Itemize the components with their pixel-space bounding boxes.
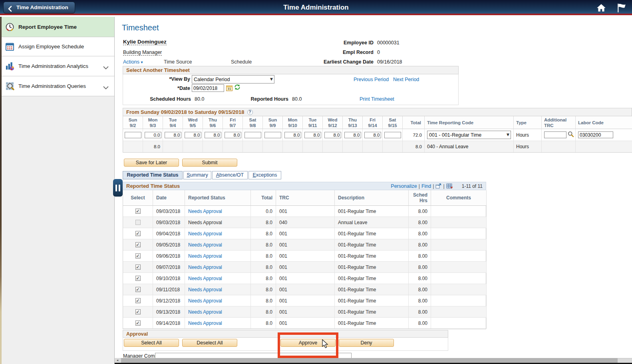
hours-input[interactable]: 0.0 [145, 132, 161, 138]
lookup-magnifier-icon[interactable] [568, 131, 574, 139]
refresh-icon[interactable] [234, 84, 240, 91]
hours-input[interactable]: 8.0 [185, 132, 201, 138]
employee-job-title-link[interactable]: Building Manager [123, 50, 162, 56]
earliest-change-date-label: Earliest Change Date [260, 59, 374, 65]
personalize-link[interactable]: Personalize [391, 183, 417, 189]
needs-approval-link[interactable]: Needs Approval [188, 242, 222, 248]
needs-approval-link[interactable]: Needs Approval [188, 276, 222, 281]
hours-input[interactable] [125, 132, 141, 138]
tab-summary[interactable]: Summary [183, 171, 211, 179]
hours-input[interactable]: 8.0 [205, 132, 221, 138]
trc-cell: 001 [276, 251, 335, 262]
print-timesheet-link[interactable]: Print Timesheet [360, 96, 394, 102]
sched-hrs-cell: 8.00 [409, 251, 431, 262]
needs-approval-link[interactable]: Needs Approval [188, 265, 222, 270]
day-of-week: Fri [370, 117, 376, 123]
reported-hours-label: Reported Hours [224, 96, 288, 102]
reported-time-status-header: Reported Time Status Personalize | Find … [123, 182, 486, 190]
sidebar-item-label: Time Administration Analytics [18, 63, 88, 69]
description-cell: 001-Regular Time [335, 306, 409, 318]
actions-link[interactable]: Actions [123, 59, 139, 65]
calendar-picker-icon[interactable]: 31 [226, 85, 233, 92]
hours-input[interactable]: 8.0 [304, 132, 321, 138]
sidebar-item-report-employee-time[interactable]: Report Employee Time [2, 17, 114, 37]
top-header-bar: Time Administration Time Administration [0, 0, 632, 15]
submit-button[interactable]: Submit [182, 159, 237, 167]
next-period-link[interactable]: Next Period [393, 77, 419, 82]
hours-input[interactable]: 8.0 [364, 132, 381, 138]
select-checkbox[interactable]: ✓ [135, 265, 141, 270]
hours-input[interactable] [384, 132, 401, 138]
needs-approval-link[interactable]: Needs Approval [188, 320, 222, 326]
needs-approval-link[interactable]: Needs Approval [188, 298, 222, 304]
tab-absence-ot[interactable]: Absence/OT [212, 171, 248, 179]
day-column-header: Sun9/9 [263, 116, 283, 129]
hours-input[interactable]: 8.0 [284, 132, 301, 138]
home-icon[interactable] [596, 3, 606, 13]
previous-period-link[interactable]: Previous Period [354, 77, 389, 82]
select-checkbox[interactable]: ✓ [135, 242, 141, 247]
tab-exceptions[interactable]: Exceptions [248, 171, 281, 179]
day-hours-cell [303, 141, 323, 152]
comments-cell [431, 318, 487, 329]
hours-input[interactable]: 8.0 [225, 132, 241, 138]
needs-approval-link[interactable]: Needs Approval [188, 253, 222, 259]
zoom-window-icon[interactable] [435, 183, 441, 189]
scrollbar-left-arrow[interactable]: ◂ [115, 358, 120, 363]
select-checkbox[interactable]: ✓ [135, 276, 141, 281]
hours-input[interactable] [264, 132, 281, 138]
labor-code-input[interactable]: 03030200 [578, 131, 613, 138]
date-input[interactable]: 09/02/2018 [192, 84, 224, 92]
select-checkbox[interactable]: ✓ [135, 231, 141, 236]
select-checkbox[interactable]: ✓ [135, 298, 141, 303]
select-all-button[interactable]: Select All [124, 339, 179, 347]
trc-cell: 040 [276, 217, 335, 228]
employee-name-link[interactable]: Kylie Dominguez [123, 39, 167, 45]
needs-approval-link[interactable]: Needs Approval [188, 209, 222, 214]
analytics-icon [5, 62, 14, 71]
day-hours-cell: 8.0 [183, 129, 203, 141]
hours-input[interactable]: 8.0 [344, 132, 361, 138]
select-checkbox[interactable]: ✓ [135, 253, 141, 259]
actions-menu[interactable]: Actions ▾ [123, 59, 143, 65]
pause-handle[interactable] [113, 179, 123, 197]
row-total-cell: 8.0 [403, 141, 425, 152]
needs-approval-link[interactable]: Needs Approval [188, 287, 222, 292]
total-cell: 8.0 [251, 251, 276, 262]
help-icon[interactable]: ? [247, 109, 253, 115]
sidebar-item-assign-employee-schedule[interactable]: Assign Employee Schedule [2, 37, 114, 56]
hours-input[interactable]: 8.0 [165, 132, 181, 138]
deny-button[interactable]: Deny [339, 339, 394, 347]
sidebar-item-time-administration-queries[interactable]: Time Administration Queries [2, 76, 114, 96]
select-checkbox[interactable]: ✓ [135, 309, 141, 314]
needs-approval-link[interactable]: Needs Approval [188, 309, 222, 315]
trc-select[interactable]: 001 - 001-Regular Time▼ [427, 131, 511, 139]
timesheet-grid-table: Sun9/2Mon9/3Tue9/4Wed9/5Thu9/6Fri9/7Sat9… [123, 116, 632, 153]
tab-reported-time-status[interactable]: Reported Time Status [123, 171, 183, 179]
needs-approval-link[interactable]: Needs Approval [188, 231, 222, 237]
view-by-select[interactable]: Calendar Period ▼ [192, 75, 274, 84]
deselect-all-button[interactable]: Deselect All [182, 339, 237, 347]
select-checkbox[interactable]: ✓ [135, 320, 141, 326]
select-cell: ✓ [123, 262, 153, 273]
timesheet-grid-header: From Sunday 09/02/2018 to Saturday 09/15… [123, 108, 632, 116]
trc-cell: 040 - Annual Leave [425, 141, 514, 152]
hours-input[interactable]: 8.0 [324, 132, 341, 138]
back-button[interactable]: Time Administration [3, 2, 75, 14]
select-cell: ✓ [123, 239, 153, 251]
hours-input[interactable] [244, 132, 261, 138]
flag-icon[interactable] [616, 3, 627, 13]
save-for-later-button[interactable]: Save for Later [124, 159, 179, 167]
select-checkbox[interactable]: ✓ [135, 209, 141, 214]
horizontal-scrollbar-thumb[interactable] [121, 358, 618, 363]
day-hours-cell [283, 141, 303, 152]
day-of-week: Mon [148, 117, 158, 123]
find-link[interactable]: Find [421, 183, 431, 189]
page-title: Timesheet [122, 23, 159, 32]
select-checkbox[interactable]: ✓ [135, 287, 141, 292]
page-header-title: Time Administration [0, 0, 632, 15]
sidebar-item-time-administration-analytics[interactable]: Time Administration Analytics [2, 56, 114, 76]
download-grid-icon[interactable] [446, 183, 453, 189]
trc-cell: 001 [276, 262, 335, 273]
additional-trc-input[interactable] [544, 131, 566, 138]
